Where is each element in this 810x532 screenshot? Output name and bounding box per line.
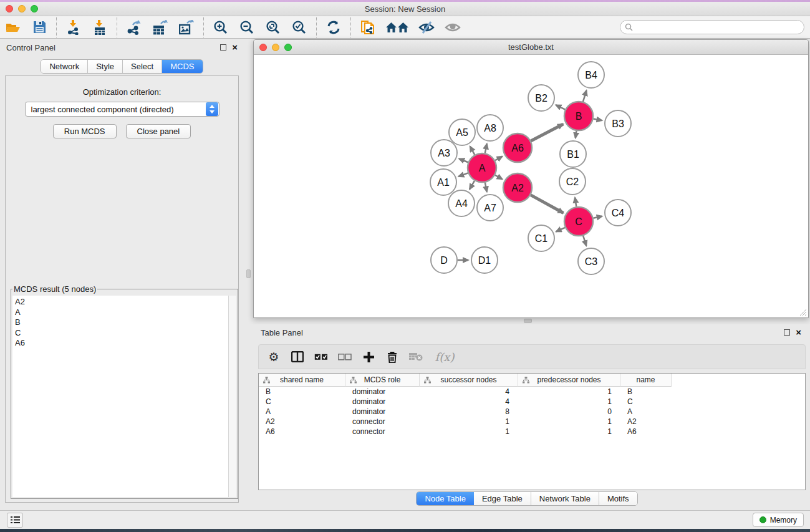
- tab-network-table[interactable]: Network Table: [531, 492, 599, 505]
- horizontal-splitter-handle[interactable]: [524, 319, 532, 323]
- graph-edge-B-B4[interactable]: [583, 90, 586, 102]
- add-column-icon[interactable]: [361, 349, 376, 365]
- graph-node-B[interactable]: B: [564, 102, 593, 130]
- criterion-dropdown[interactable]: largest connected component (directed): [25, 102, 219, 117]
- import-table-icon[interactable]: [92, 19, 108, 36]
- result-scrollbar[interactable]: [228, 296, 236, 497]
- tab-network[interactable]: Network: [41, 60, 88, 73]
- mcds-result-item[interactable]: A6: [15, 338, 228, 349]
- tab-edge-table[interactable]: Edge Table: [474, 492, 531, 505]
- task-history-button[interactable]: [7, 513, 23, 528]
- graph-edge-A-A7[interactable]: [485, 183, 487, 192]
- graph-node-C2[interactable]: C2: [559, 168, 586, 195]
- graph-node-A[interactable]: A: [468, 153, 496, 182]
- graph-edge-B-B3[interactable]: [594, 118, 602, 120]
- resize-grip-icon[interactable]: [799, 308, 807, 316]
- graph-node-A8[interactable]: A8: [477, 115, 503, 141]
- show-eye-icon[interactable]: [445, 19, 461, 36]
- graph-edge-A-A2[interactable]: [495, 175, 503, 180]
- split-columns-icon[interactable]: [290, 349, 305, 365]
- graph-edge-A-A4[interactable]: [470, 181, 475, 190]
- tab-motifs[interactable]: Motifs: [599, 492, 637, 505]
- tab-select[interactable]: Select: [123, 60, 162, 73]
- mcds-result-item[interactable]: A2: [15, 297, 228, 307]
- table-row[interactable]: A6connector11A6: [259, 427, 805, 437]
- run-mcds-button[interactable]: Run MCDS: [53, 124, 117, 138]
- mcds-result-item[interactable]: A: [15, 307, 228, 318]
- export-image-icon[interactable]: [178, 19, 195, 36]
- graph-node-A6[interactable]: A6: [503, 133, 532, 162]
- mcds-result-item[interactable]: C: [15, 328, 228, 339]
- new-session-from-network-icon[interactable]: [360, 19, 376, 36]
- zoom-selected-icon[interactable]: [291, 19, 307, 36]
- graph-edge-A2-C[interactable]: [531, 195, 563, 213]
- zoom-out-icon[interactable]: [239, 19, 255, 36]
- home-icon[interactable]: [386, 19, 408, 36]
- function-builder-icon[interactable]: f(x): [432, 349, 457, 365]
- export-network-icon[interactable]: [126, 19, 142, 36]
- graph-edge-B-B1[interactable]: [576, 131, 577, 138]
- graph-edge-A-A6[interactable]: [495, 157, 503, 161]
- graph-edge-A-A1[interactable]: [458, 173, 468, 177]
- table-row[interactable]: Bdominator41B: [259, 387, 805, 397]
- column-header-MCDS-role[interactable]: MCDS role: [345, 374, 420, 387]
- tab-node-table[interactable]: Node Table: [417, 492, 474, 505]
- network-window-titlebar[interactable]: testGlobe.txt: [254, 40, 808, 55]
- import-network-icon[interactable]: [65, 19, 82, 36]
- vertical-splitter-handle[interactable]: [246, 269, 251, 278]
- graph-edge-C-C1[interactable]: [556, 228, 565, 231]
- graph-node-B3[interactable]: B3: [605, 110, 631, 137]
- graph-node-D[interactable]: D: [431, 247, 457, 273]
- select-all-icon[interactable]: [314, 349, 329, 365]
- graph-node-A7[interactable]: A7: [477, 195, 503, 221]
- graph-node-C3[interactable]: C3: [578, 248, 604, 274]
- save-session-icon[interactable]: [31, 19, 47, 36]
- table-row[interactable]: A2connector11A2: [259, 417, 805, 427]
- graph-node-B1[interactable]: B1: [560, 141, 586, 167]
- graph-edge-C-C3[interactable]: [583, 236, 586, 246]
- mcds-result-item[interactable]: B: [15, 317, 228, 328]
- table-row[interactable]: Cdominator41C: [259, 397, 805, 407]
- graph-node-C1[interactable]: C1: [528, 225, 554, 251]
- memory-button[interactable]: Memory: [753, 513, 804, 527]
- delete-table-icon[interactable]: [408, 349, 423, 365]
- delete-column-icon[interactable]: [385, 349, 400, 365]
- column-header-successor-nodes[interactable]: successor nodes: [420, 374, 518, 387]
- graph-node-C4[interactable]: C4: [605, 200, 631, 226]
- graph-edge-C-C2[interactable]: [575, 198, 576, 207]
- close-table-panel-icon[interactable]: ×: [796, 329, 801, 336]
- open-file-icon[interactable]: [5, 19, 21, 36]
- graph-node-A1[interactable]: A1: [430, 169, 456, 195]
- zoom-in-icon[interactable]: [213, 19, 229, 36]
- graph-node-B4[interactable]: B4: [578, 62, 604, 88]
- graph-edge-A6-B[interactable]: [531, 124, 563, 141]
- network-canvas[interactable]: B4B2BB3A8A5A6A3B1AA1C2A2A4A7C4CC1C3DD1: [254, 55, 808, 317]
- close-panel-button[interactable]: Close panel: [126, 124, 191, 138]
- tab-style[interactable]: Style: [88, 60, 123, 73]
- export-table-icon[interactable]: [152, 19, 168, 36]
- settings-gear-icon[interactable]: ⚙: [266, 349, 281, 365]
- search-field[interactable]: [620, 20, 804, 34]
- graph-edge-A-A3[interactable]: [459, 159, 468, 163]
- float-table-panel-icon[interactable]: [784, 329, 790, 336]
- graph-node-C[interactable]: C: [564, 207, 593, 236]
- search-input[interactable]: [635, 23, 804, 32]
- graph-node-D1[interactable]: D1: [471, 247, 498, 273]
- deselect-all-icon[interactable]: [337, 349, 352, 365]
- float-panel-icon[interactable]: [220, 44, 226, 51]
- graph-edge-A-A5[interactable]: [470, 147, 475, 155]
- graph-edge-A-A8[interactable]: [485, 143, 487, 153]
- table-row[interactable]: Adominator80A: [259, 407, 805, 417]
- tab-mcds[interactable]: MCDS: [162, 60, 202, 73]
- graph-node-A5[interactable]: A5: [449, 119, 475, 145]
- refresh-icon[interactable]: [325, 19, 342, 36]
- graph-edge-B-B2[interactable]: [556, 105, 565, 109]
- column-header-shared-name[interactable]: shared name: [259, 374, 345, 387]
- graph-node-B2[interactable]: B2: [528, 85, 554, 111]
- column-header-predecessor-nodes[interactable]: predecessor nodes: [518, 374, 620, 387]
- column-header-name[interactable]: name: [620, 374, 672, 387]
- close-panel-icon[interactable]: ×: [232, 44, 238, 51]
- hide-eye-icon[interactable]: [418, 19, 435, 36]
- graph-node-A3[interactable]: A3: [431, 140, 457, 166]
- graph-node-A4[interactable]: A4: [448, 190, 475, 216]
